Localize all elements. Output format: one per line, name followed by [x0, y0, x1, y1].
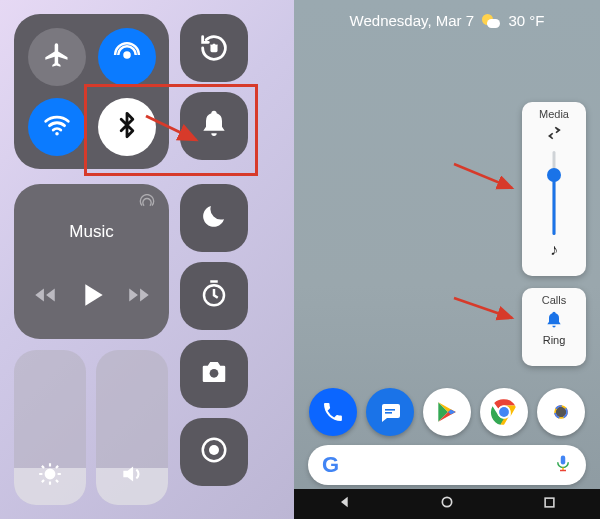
next-track-button[interactable] — [126, 282, 152, 312]
search-input[interactable] — [347, 457, 554, 474]
media-panel-title: Media — [522, 108, 586, 120]
airplane-icon — [43, 41, 71, 73]
annotation-arrow — [450, 158, 520, 198]
bell-icon — [198, 108, 230, 144]
timer-button[interactable] — [180, 262, 248, 330]
calls-panel-title: Calls — [522, 294, 586, 306]
timer-icon — [199, 279, 229, 313]
weather-icon — [482, 13, 500, 31]
navigation-bar — [294, 489, 600, 519]
messages-app[interactable] — [366, 388, 414, 436]
svg-point-6 — [209, 445, 219, 455]
volume-icon — [119, 461, 145, 491]
media-volume-panel: Media ♪ — [522, 102, 586, 276]
ring-mode-label: Ring — [522, 334, 586, 346]
airplay-icon — [137, 194, 157, 218]
svg-rect-20 — [545, 498, 554, 507]
media-volume-slider[interactable] — [522, 147, 586, 239]
temperature-text: 30 °F — [508, 12, 544, 29]
android-home-screen: Wednesday, Mar 7 30 °F Media ♪ Calls Rin… — [294, 0, 600, 519]
wifi-toggle[interactable] — [28, 98, 86, 156]
svg-point-7 — [46, 470, 55, 479]
airdrop-icon — [112, 40, 142, 74]
do-not-disturb-toggle[interactable] — [180, 184, 248, 252]
moon-icon — [199, 201, 229, 235]
svg-point-4 — [210, 369, 219, 378]
svg-point-0 — [123, 51, 131, 59]
wifi-icon — [42, 110, 72, 144]
app-dock — [304, 383, 590, 441]
music-title: Music — [14, 222, 169, 242]
google-search-bar[interactable]: G — [308, 445, 586, 485]
svg-rect-2 — [210, 44, 217, 53]
nav-home-button[interactable] — [439, 494, 455, 514]
brightness-slider[interactable] — [14, 350, 86, 505]
phone-app[interactable] — [309, 388, 357, 436]
camera-icon — [199, 357, 229, 391]
bluetooth-icon — [113, 111, 141, 143]
rotation-lock-icon — [180, 14, 248, 82]
camera-button[interactable] — [180, 340, 248, 408]
svg-rect-18 — [561, 456, 566, 465]
bluetooth-toggle[interactable] — [98, 98, 156, 156]
music-note-icon: ♪ — [522, 241, 586, 259]
mic-icon[interactable] — [554, 454, 572, 476]
media-output-button[interactable] — [522, 126, 586, 143]
svg-point-1 — [55, 132, 59, 136]
camera-app[interactable] — [537, 388, 585, 436]
prev-track-button[interactable] — [32, 282, 58, 312]
ios-control-center: Music — [0, 0, 294, 519]
play-store-app[interactable] — [423, 388, 471, 436]
svg-rect-9 — [385, 412, 392, 414]
airdrop-toggle[interactable] — [98, 28, 156, 86]
play-button[interactable] — [76, 279, 108, 315]
ring-mode-panel: Calls Ring — [522, 288, 586, 366]
svg-point-11 — [499, 407, 509, 417]
airplane-mode-toggle[interactable] — [28, 28, 86, 86]
ring-mode-button[interactable] — [522, 310, 586, 330]
screen-record-button[interactable] — [180, 418, 248, 486]
record-icon — [199, 435, 229, 469]
svg-rect-8 — [385, 409, 395, 411]
nav-recents-button[interactable] — [542, 495, 557, 514]
volume-slider[interactable] — [96, 350, 168, 505]
chrome-app[interactable] — [480, 388, 528, 436]
google-logo-icon: G — [322, 452, 339, 478]
svg-point-19 — [443, 497, 452, 506]
connectivity-group — [14, 14, 169, 169]
rotation-lock-toggle[interactable] — [180, 14, 248, 82]
brightness-icon — [37, 461, 63, 491]
annotation-arrow — [450, 292, 520, 332]
date-text: Wednesday, Mar 7 — [350, 12, 475, 29]
status-date-weather[interactable]: Wednesday, Mar 7 30 °F — [294, 12, 600, 31]
music-widget[interactable]: Music — [14, 184, 169, 339]
nav-back-button[interactable] — [337, 494, 353, 514]
ringer-toggle[interactable] — [180, 92, 248, 160]
